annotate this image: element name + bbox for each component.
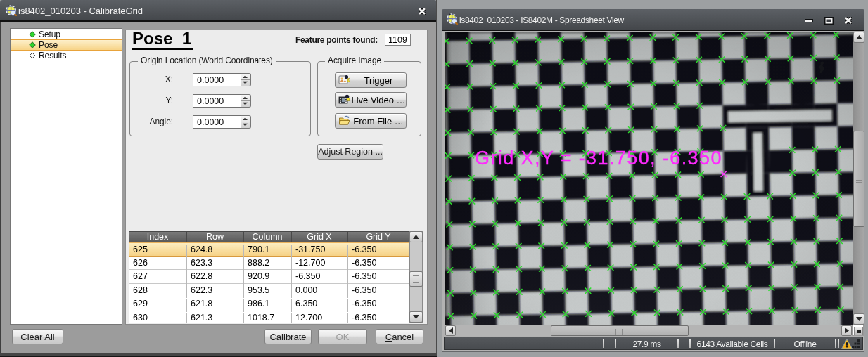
svg-text:Grid X,Y = -31.750, -6.350: Grid X,Y = -31.750, -6.350 [475,148,722,169]
